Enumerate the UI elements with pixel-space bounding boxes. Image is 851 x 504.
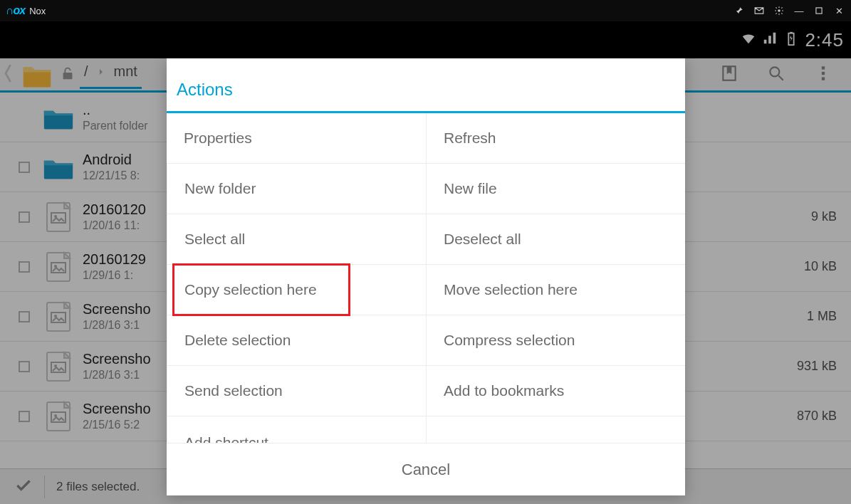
cancel-label: Cancel — [402, 461, 450, 479]
dialog-body: PropertiesRefreshNew folderNew fileSelec… — [167, 113, 685, 443]
action-item[interactable]: Add to bookmarks — [426, 366, 685, 416]
dialog-title: Actions — [167, 58, 685, 111]
action-item[interactable]: Send selection — [167, 366, 426, 416]
actions-dialog: Actions PropertiesRefreshNew folderNew f… — [167, 58, 685, 495]
action-item[interactable]: Add shortcut — [167, 416, 426, 443]
dialog-cancel-button[interactable]: Cancel — [167, 443, 685, 495]
mail-icon[interactable] — [753, 4, 766, 17]
pin-icon[interactable] — [733, 4, 746, 17]
svg-rect-1 — [816, 8, 822, 14]
action-item[interactable]: Delete selection — [167, 315, 426, 366]
action-item[interactable]: Select all — [167, 214, 426, 265]
maximize-button[interactable] — [813, 4, 825, 17]
action-item[interactable]: Compress selection — [426, 315, 685, 366]
action-item[interactable]: Properties — [167, 113, 426, 164]
action-item[interactable]: Refresh — [426, 113, 685, 164]
nox-logo: ∩ox — [6, 4, 25, 17]
svg-point-0 — [778, 9, 780, 12]
action-item[interactable]: Move selection here — [426, 265, 685, 315]
close-button[interactable]: ✕ — [832, 4, 845, 17]
action-item[interactable]: New file — [426, 164, 685, 214]
minimize-button[interactable]: — — [793, 4, 805, 17]
action-item[interactable]: New folder — [167, 164, 426, 214]
settings-icon[interactable] — [773, 4, 785, 17]
action-item[interactable]: Copy selection here — [167, 265, 426, 315]
nox-titlebar: ∩ox Nox — ✕ — [0, 0, 851, 21]
action-item — [426, 416, 685, 443]
nox-app-name: Nox — [29, 6, 46, 16]
action-item[interactable]: Deselect all — [426, 214, 685, 265]
